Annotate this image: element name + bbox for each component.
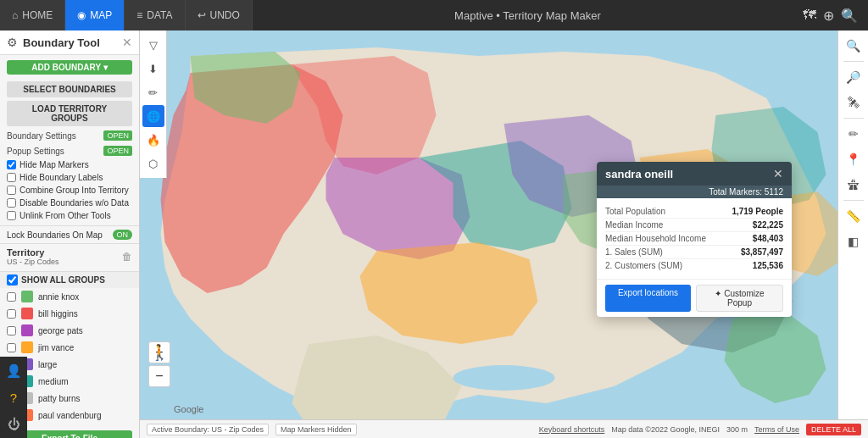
group-checkbox[interactable]: [7, 309, 16, 319]
group-checkbox[interactable]: [7, 292, 16, 302]
popup-row-label: 1. Sales (SUM): [605, 247, 663, 257]
filter-tool-button[interactable]: ▽: [142, 34, 164, 56]
gear-icon[interactable]: ⚙: [7, 36, 18, 49]
territory-sub: US - Zip Codes: [7, 258, 59, 266]
popup-data-row: 1. Sales (SUM) $3,857,497: [605, 246, 783, 259]
popup-row-value: 125,536: [753, 261, 783, 270]
group-item[interactable]: jim vance: [0, 339, 139, 356]
panel-title: Boundary Tool: [23, 36, 100, 49]
combine-group-row[interactable]: Combine Group Into Territory: [0, 184, 139, 197]
select-boundaries-button[interactable]: SELECT BOUNDARIES: [7, 81, 132, 97]
user-icon[interactable]: 👤: [6, 363, 22, 379]
undo-button[interactable]: ↩ UNDO: [186, 0, 253, 30]
download-tool-button[interactable]: ⬇: [142, 58, 164, 80]
shapes-tool-button[interactable]: ⬡: [142, 152, 164, 175]
popup-actions: Export locations ✦ Customize Popup: [597, 279, 792, 317]
fire-tool-button[interactable]: 🔥: [142, 129, 164, 151]
popup-settings-row: Popup Settings OPEN: [0, 143, 139, 158]
popup-row-label: Total Population: [605, 207, 665, 216]
unlink-tools-row[interactable]: Unlink From Other Tools: [0, 209, 139, 222]
group-checkbox[interactable]: [7, 343, 16, 352]
group-color-swatch: [21, 341, 33, 353]
add-boundary-button[interactable]: ADD BOUNDARY ▾: [7, 60, 132, 75]
map-layers-icon[interactable]: 🗺: [803, 8, 816, 23]
group-name: paul vandenburg: [38, 411, 102, 420]
left-panel-icons: 👤 ? ⏻: [0, 357, 27, 438]
google-logo: Google: [174, 404, 203, 414]
data-button[interactable]: ≡ DATA: [125, 0, 185, 30]
globe-tool-button[interactable]: 🌐: [142, 105, 164, 127]
satellite-button[interactable]: 🛰: [841, 91, 866, 114]
unlink-tools-checkbox[interactable]: [7, 211, 16, 220]
customize-popup-button[interactable]: ✦ Customize Popup: [696, 285, 783, 312]
boundary-settings-row: Boundary Settings OPEN: [0, 128, 139, 143]
delete-all-button[interactable]: DELETE ALL: [806, 424, 861, 435]
combine-group-checkbox[interactable]: [7, 186, 16, 195]
hide-map-markers-checkbox[interactable]: [7, 160, 16, 169]
lock-toggle[interactable]: ON: [113, 230, 133, 240]
popup-data-row: Median Household Income $48,403: [605, 232, 783, 246]
street-view-icon[interactable]: 🚶: [150, 343, 169, 362]
map-button[interactable]: ◉ MAP: [65, 0, 125, 30]
group-item[interactable]: george pats: [0, 322, 139, 339]
route-button[interactable]: 🛣: [841, 173, 866, 197]
disable-boundaries-checkbox[interactable]: [7, 198, 16, 208]
terms-link[interactable]: Terms of Use: [754, 425, 799, 434]
territory-title: Territory: [7, 247, 59, 258]
home-button[interactable]: ⌂ HOME: [0, 0, 65, 30]
ruler-button[interactable]: 📏: [841, 204, 866, 228]
draw-tool-button[interactable]: ✏: [142, 81, 164, 103]
search-map-button[interactable]: 🔍: [841, 34, 866, 58]
top-right-icons: 🗺 ⊕ 🔍: [803, 8, 868, 24]
load-territory-groups-button[interactable]: LOAD TERRITORY GROUPS: [7, 101, 132, 126]
hide-boundary-labels-row[interactable]: Hide Boundary Labels: [0, 171, 139, 184]
share-icon[interactable]: ⊕: [823, 8, 834, 24]
home-icon: ⌂: [12, 9, 18, 21]
map-label: MAP: [90, 9, 112, 21]
data-icon: ≡: [136, 9, 142, 21]
territory-header: Territory US - Zip Codes 🗑: [7, 247, 132, 266]
popup-row-value: 1,719 People: [732, 207, 783, 216]
hide-boundary-labels-checkbox[interactable]: [7, 173, 16, 182]
group-name: jim vance: [38, 343, 74, 352]
group-color-swatch: [21, 324, 33, 336]
map-area[interactable]: ▽ ⬇ ✏ 🌐 🔥 ⬡ 🔍 🔎 🛰 ✏ 📍 🛣 📏 ◧ +: [140, 30, 868, 438]
export-locations-button[interactable]: Export locations: [605, 285, 691, 312]
popup-card: sandra oneill ✕ Total Markers: 5112 Tota…: [597, 162, 792, 317]
boundary-open-badge: OPEN: [103, 130, 132, 141]
map-icon: ◉: [77, 9, 86, 21]
popup-row-label: Median Income: [605, 220, 663, 230]
top-bar: ⌂ HOME ◉ MAP ≡ DATA ↩ UNDO Maptive • Ter…: [0, 0, 868, 30]
panel-close-button[interactable]: ✕: [122, 36, 132, 49]
popup-open-badge: OPEN: [103, 146, 132, 156]
hide-map-markers-row[interactable]: Hide Map Markers: [0, 158, 139, 171]
zoom-in-button[interactable]: 🔎: [841, 65, 866, 89]
zoom-out-map-button[interactable]: −: [148, 365, 170, 387]
group-checkbox[interactable]: [7, 326, 16, 335]
pencil-button[interactable]: ✏: [841, 122, 866, 146]
panel-header: ⚙ Boundary Tool ✕: [0, 30, 139, 55]
disable-boundaries-row[interactable]: Disable Boundaries w/o Data: [0, 197, 139, 209]
main-area: ⚙ Boundary Tool ✕ ADD BOUNDARY ▾ SELECT …: [0, 30, 868, 438]
pin-button[interactable]: 📍: [841, 147, 866, 171]
show-all-checkbox[interactable]: [7, 274, 18, 286]
keyboard-shortcuts-link[interactable]: Keyboard shortcuts: [539, 425, 605, 434]
popup-close-button[interactable]: ✕: [773, 167, 783, 180]
group-name: bill higgins: [38, 309, 78, 319]
territory-section: Territory US - Zip Codes 🗑: [0, 244, 139, 272]
show-all-groups-row[interactable]: SHOW ALL GROUPS: [0, 272, 139, 288]
group-item[interactable]: bill higgins: [0, 305, 139, 322]
lock-boundaries-row: Lock Boundaries On Map ON: [0, 225, 139, 244]
panel-gear-row: ⚙ Boundary Tool: [7, 36, 100, 49]
popup-header: sandra oneill ✕: [597, 162, 792, 186]
group-item[interactable]: annie knox: [0, 288, 139, 305]
delete-territory-icon[interactable]: 🗑: [122, 251, 132, 263]
layers-button[interactable]: ◧: [841, 230, 866, 253]
question-icon[interactable]: ?: [10, 391, 17, 405]
group-name: medium: [38, 377, 69, 386]
map-markers-badge: Map Markers Hidden: [275, 424, 357, 435]
search-icon-top[interactable]: 🔍: [841, 8, 858, 24]
power-icon[interactable]: ⏻: [8, 417, 20, 431]
home-label: HOME: [22, 9, 53, 21]
popup-rows: Total Population 1,719 People Median Inc…: [605, 205, 783, 272]
